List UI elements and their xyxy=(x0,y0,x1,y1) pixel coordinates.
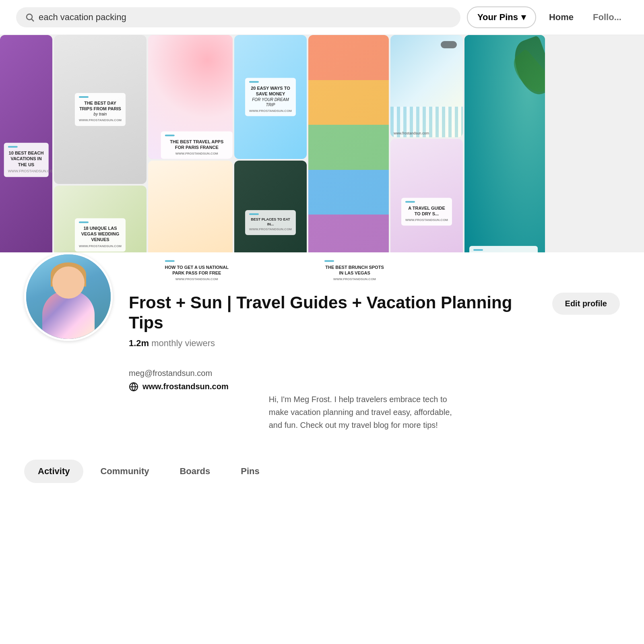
monthly-viewers-label: monthly viewers xyxy=(151,338,215,348)
pin-text: 20 EASY WAYS TO SAVE MONEY for your drea… xyxy=(245,78,296,116)
avatar-container xyxy=(24,252,113,341)
pin-card[interactable]: HOW TO GET A US NATIONAL PARK PASS FOR F… xyxy=(148,161,233,285)
cover-collage: 10 BEST BEACH VACATIONS IN THE US www.fr… xyxy=(0,35,644,285)
pin-card[interactable]: THE BEST TRAVEL APPS FOR PARIS FRANCE ww… xyxy=(148,35,233,159)
your-pins-label: Your Pins xyxy=(477,12,518,23)
profile-name: Frost + Sun | Travel Guides + Vacation P… xyxy=(129,293,544,333)
edit-profile-button[interactable]: Edit profile xyxy=(552,293,620,315)
pin-card[interactable]: 10 BEST BEACH VACATIONS IN THE US www.fr… xyxy=(0,35,52,285)
monthly-viewers-count: 1.2m xyxy=(129,338,149,348)
pin-text: THE BEST BRUNCH SPOTS IN LAS VEGAS www.f… xyxy=(320,257,389,285)
profile-bio: Hi, I'm Meg Frost. I help travelers embr… xyxy=(253,357,462,431)
email-text: meg@frostandsun.com xyxy=(129,369,212,378)
pin-card[interactable]: TO KNOW BEFORE BOOKING A VACATION TO Pue… xyxy=(464,35,545,285)
pin-card[interactable]: THE BEST DAY TRIPS FROM PARIS by train w… xyxy=(54,35,147,184)
pin-text: THE BEST DAY TRIPS FROM PARIS by train w… xyxy=(75,93,126,126)
email-row: meg@frostandsun.com xyxy=(129,369,229,378)
profile-contact: meg@frostandsun.com www.frostandsun.com xyxy=(129,369,229,431)
pin-text: HOW TO GET A US NATIONAL PARK PASS FOR F… xyxy=(161,257,233,285)
avatar xyxy=(24,252,113,341)
pin-text: 10 BEST BEACH VACATIONS IN THE US www.fr… xyxy=(4,143,49,177)
pin-text: THE BEST TRAVEL APPS FOR PARIS FRANCE ww… xyxy=(161,131,233,159)
tab-boards[interactable]: Boards xyxy=(166,460,224,483)
pin-text: BEST PLACES TO EAT IN... www.frostandsun… xyxy=(245,210,296,235)
search-input[interactable] xyxy=(39,12,452,23)
bio-text: Hi, I'm Meg Frost. I help travelers embr… xyxy=(269,393,462,431)
globe-icon xyxy=(129,382,138,392)
tab-activity[interactable]: Activity xyxy=(24,460,83,483)
profile-stats: 1.2m monthly viewers xyxy=(129,338,544,349)
nav-follow[interactable]: Follo... xyxy=(586,9,628,26)
your-pins-button[interactable]: Your Pins ▾ xyxy=(467,6,536,28)
search-icon xyxy=(25,12,35,22)
tabs-section: Activity Community Boards Pins xyxy=(0,448,644,491)
top-nav: Your Pins ▾ Home Follo... xyxy=(0,0,644,35)
tab-community[interactable]: Community xyxy=(87,460,163,483)
pin-card[interactable]: www.frostandsun.com xyxy=(390,35,463,137)
svg-point-0 xyxy=(27,14,32,20)
nav-home[interactable]: Home xyxy=(543,9,580,26)
pin-card[interactable]: 20 EASY WAYS TO SAVE MONEY for your drea… xyxy=(234,35,307,159)
website-text: www.frostandsun.com xyxy=(142,382,229,391)
chevron-down-icon: ▾ xyxy=(521,12,526,23)
website-row[interactable]: www.frostandsun.com xyxy=(129,382,229,392)
pin-card[interactable]: THE BEST BRUNCH SPOTS IN LAS VEGAS www.f… xyxy=(308,35,389,285)
tab-pins[interactable]: Pins xyxy=(227,460,273,483)
pin-text: A TRAVEL GUIDE TO DRY S... www.frostands… xyxy=(401,198,452,225)
svg-line-1 xyxy=(32,19,34,22)
search-bar[interactable] xyxy=(16,7,460,27)
pin-text: 18 UNIQUE LAS VEGAS WEDDING VENUES www.f… xyxy=(75,218,126,252)
